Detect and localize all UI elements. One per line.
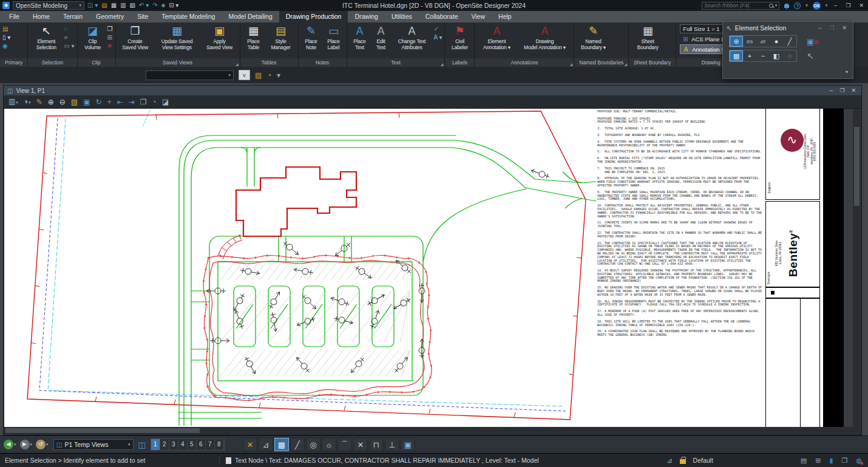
select-new-icon[interactable]: ▩ [730,50,743,61]
ribbon-search[interactable]: ▾ [702,2,779,10]
open-folder-icon[interactable]: ▤ [101,2,107,9]
place-note-button[interactable]: ✎Place Note [301,24,322,58]
drawing-canvas[interactable]: PROPOSED USE: MULT-TENANT COMMERCIAL/RET… [4,109,853,427]
view-attributes-icon[interactable]: ▥▾ [8,95,18,109]
element-selection-button[interactable]: ↖Element Selection [30,24,62,58]
tab-drawing[interactable]: Drawing [348,11,385,22]
tab-geometry[interactable]: Geometry [89,11,131,22]
panel-restore-button[interactable]: ❐ [827,25,836,31]
copy-view-icon[interactable]: ❐ [140,96,147,108]
explorer-icon[interactable]: ▤ [2,26,10,32]
civil-labeler-button[interactable]: ⚑Civil Labeler [447,24,472,58]
explorer-tree-icon[interactable]: ♣ [161,2,166,9]
panel-minimize-button[interactable]: – [816,25,824,31]
notifications-icon[interactable] [784,4,789,8]
select-block-icon[interactable]: ▭ [743,36,756,47]
view-close-button[interactable]: ✕ [849,87,858,94]
table-snap-icon[interactable]: ⊓ [369,438,384,451]
scrollbar-thumb[interactable] [854,127,860,206]
select-individual-icon[interactable]: ⊕ [730,36,743,47]
window-area-icon[interactable]: ▧ [71,96,78,108]
clip-mask-icon[interactable]: ◪ [162,96,169,108]
view-groups-icon[interactable]: ◫ [138,440,146,449]
view-toggle-7[interactable]: 7 [206,439,215,450]
style-manager-button[interactable]: ▤Style Manager [266,24,296,58]
slash-snap-icon[interactable]: ╱ [290,438,305,451]
clip-attach-icon[interactable]: ❐ [107,26,113,32]
match-properties-icon[interactable]: ◔ [267,71,271,80]
file-settings-icon[interactable]: ◫ ▾ [87,2,98,9]
select-invert-icon[interactable]: ◧ [770,50,783,61]
view-back-button[interactable]: ◀▾ [4,440,16,449]
rotate-view-icon[interactable]: ↻ [96,96,102,108]
tab-file[interactable]: File [2,11,26,22]
clip-volume-icon[interactable]: ◔ [152,96,156,108]
view-history-button[interactable]: ↺▾ [36,440,49,449]
select-clear-icon[interactable]: ◌ [783,50,796,61]
tab-drawing-production[interactable]: Drawing Production [279,11,348,22]
dialog-launcher-icon[interactable]: ◢ [441,60,444,67]
select-cursor-icon[interactable]: ↖ [803,50,818,62]
adjust-flags-icon[interactable]: ✎ [36,96,42,108]
panel-close-button[interactable]: ✕ [839,25,849,31]
select-circle-icon[interactable]: ● [770,36,783,47]
title-block[interactable]: Engineer: ∿ 1234 Anywhere Center Drive S… [765,109,821,427]
search-input[interactable] [704,2,767,9]
tab-utilities[interactable]: Utilities [385,11,419,22]
tab-site[interactable]: Site [131,11,155,22]
dialog-launcher-icon[interactable]: ◢ [570,60,573,67]
place-table-button[interactable]: ▦Place Table [243,24,265,58]
temp-views-combo[interactable]: ◫ P1 Temp Views ▾ [53,439,134,450]
restore-button[interactable]: ❐ [844,2,852,9]
element-selection-titlebar[interactable]: ↖ Element Selection – ❐ ✕ [723,22,853,34]
clip-volume-button[interactable]: ◪Clip Volume [80,24,106,58]
select-add-icon[interactable]: + [743,50,756,61]
spell-check-icon[interactable]: ✓ [434,26,442,32]
view-titlebar[interactable]: ◫ View 1, P1 ─ ❐ ✕ [4,86,861,95]
dialog-launcher-icon[interactable]: ◢ [236,60,239,67]
view-next-icon[interactable]: ⇥ [129,96,135,108]
fit-view-icon[interactable]: ▣ [83,96,90,108]
view-previous-icon[interactable]: ⇤ [117,96,123,108]
clip-delete-icon[interactable]: ✕ [107,43,113,49]
help-icon[interactable]: ? [794,2,801,9]
connection-status-icon[interactable]: ◍ [856,457,862,465]
tab-home[interactable]: Home [26,11,56,22]
fence-icon[interactable]: ◌ [64,26,74,32]
lock-icon[interactable] [680,459,686,464]
feature-definition-icon[interactable]: ▤ [255,71,262,80]
fence-toggle-icon[interactable]: ▣ [401,438,415,451]
tab-terrain[interactable]: Terrain [56,11,89,22]
undo-icon[interactable]: ↶ ▾ [139,2,149,9]
view-toggle-5[interactable]: 5 [188,439,197,450]
zoom-in-icon[interactable]: ⊕ [48,96,54,108]
named-boundary-button[interactable]: ✎Named Boundary ▾ [577,24,609,58]
drawing-model-annotation-button[interactable]: ADrawing Model Annotation ▾ [518,24,571,58]
attach-tools-icon[interactable]: ▯ ▾ [2,34,10,41]
tangent-snap-icon[interactable]: ⌒ [337,438,352,451]
clip-copy-icon[interactable]: ⊞ [107,34,113,41]
zoom-out-icon[interactable]: ⊖ [59,96,66,108]
compress-icon[interactable]: ▧ [130,2,135,9]
text-styles-icon[interactable]: A ▾ [434,34,442,41]
tab-help[interactable]: Help [492,11,518,22]
save-icon[interactable]: ▦ [111,2,117,9]
tool-settings-combo[interactable]: ▾ [146,70,234,80]
center-snap-icon[interactable]: ◎ [306,438,320,451]
properties-icon[interactable]: ◉ [2,43,10,49]
view-restore-button[interactable]: ❐ [838,87,846,94]
create-saved-view-button[interactable]: ❐Create Saved View [118,24,152,58]
select-line-icon[interactable]: ╱ [783,36,796,47]
apply-saved-view-button[interactable]: ▣Apply Saved View [202,24,237,58]
pan-view-icon[interactable]: + [107,96,112,108]
print-icon[interactable]: ⊟ ▾ [169,2,178,9]
general-notes-text[interactable]: PROPOSED USE: MULT-TENANT COMMERCIAL/RET… [597,110,762,340]
view-toggle-4[interactable]: 4 [178,439,188,450]
pattern-toggle-icon[interactable]: ▩ [274,438,289,451]
select-subtract-icon[interactable]: − [756,50,770,61]
close-button[interactable]: ✕ [857,2,866,9]
sheet-boundary-button[interactable]: ▦Sheet Boundary [631,24,664,58]
view-toggle-1[interactable]: 1 [151,439,160,450]
panel-expander-icon[interactable]: ▾ [846,69,848,75]
tool-settings-expand-button[interactable]: v [239,70,250,80]
